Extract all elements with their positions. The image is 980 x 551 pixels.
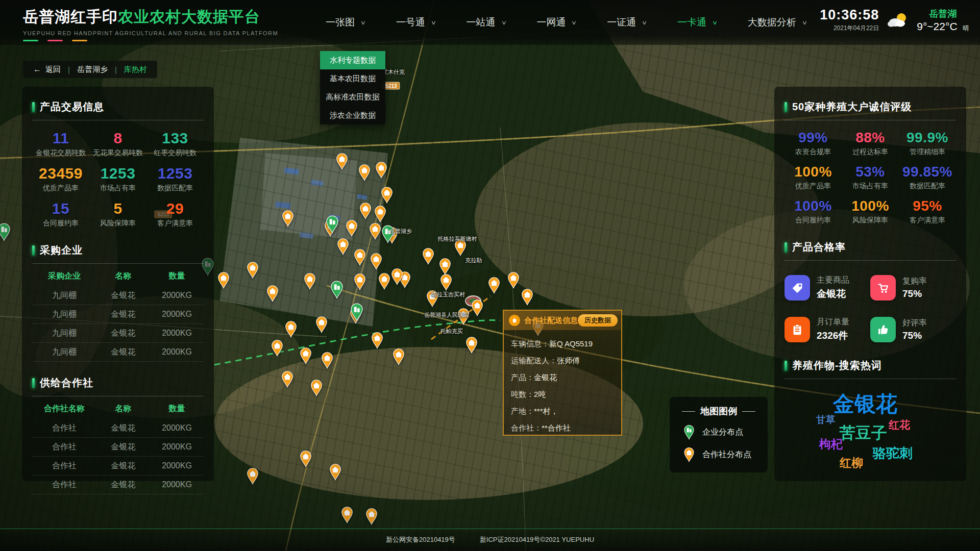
cooperative-marker[interactable] bbox=[380, 186, 394, 204]
cooperative-marker[interactable] bbox=[390, 268, 404, 285]
page-title: 岳普湖红手印农业农村大数据平台 bbox=[23, 7, 278, 28]
stat-label: 农资合规率 bbox=[785, 147, 842, 157]
cooperative-marker[interactable] bbox=[371, 332, 384, 349]
dropdown-item-3[interactable]: 高标准农田数据 bbox=[320, 88, 385, 106]
quality-card-label: 好评率 bbox=[902, 318, 927, 329]
stat-value: 100% bbox=[785, 198, 842, 214]
brand-underline-dashes bbox=[23, 40, 278, 41]
cooperative-marker[interactable] bbox=[373, 205, 387, 222]
nav-item-5[interactable]: 一证通∨ bbox=[607, 16, 647, 29]
back-button[interactable]: ← 返回 bbox=[33, 65, 61, 74]
cooperative-marker[interactable] bbox=[364, 508, 378, 525]
popup-title: 合作社配送信息 bbox=[524, 316, 578, 325]
quality-card-value: 金银花 bbox=[817, 287, 849, 300]
nav-item-6[interactable]: 一卡通∨ bbox=[677, 16, 717, 29]
enterprise-marker[interactable] bbox=[381, 224, 396, 243]
cooperative-marker[interactable] bbox=[299, 347, 313, 364]
table-cell: 2000KG bbox=[150, 347, 204, 357]
cooperative-marker[interactable] bbox=[457, 308, 471, 325]
cooperative-marker[interactable] bbox=[246, 261, 260, 279]
breadcrumb-item-2[interactable]: 库热村 bbox=[124, 65, 147, 74]
enterprise-marker[interactable] bbox=[325, 215, 339, 234]
cooperative-marker[interactable] bbox=[422, 247, 435, 265]
hotword-3: 红花 bbox=[889, 418, 910, 432]
cooperative-marker[interactable] bbox=[353, 273, 366, 290]
cooperative-marker[interactable] bbox=[328, 463, 342, 481]
stat-value: 99% bbox=[785, 130, 842, 146]
cooperative-marker[interactable] bbox=[246, 467, 260, 485]
nav-item-2[interactable]: 一号通∨ bbox=[396, 16, 436, 29]
history-data-button[interactable]: 历史数据 bbox=[578, 314, 618, 327]
hotwords-cloud: 金银花甘草红花苦豆子枸杞骆驼刺红柳 bbox=[785, 382, 956, 487]
cooperative-marker[interactable] bbox=[425, 290, 439, 307]
dashboard-root: 艾木什克岳普湖乡托格拉吾斯塘村克拉勒喀拉玉吉买村岳普湖县人民医院托帕克买S213… bbox=[0, 0, 980, 551]
cooperative-marker[interactable] bbox=[374, 161, 388, 179]
cooperative-marker[interactable] bbox=[377, 272, 391, 290]
cooperative-marker[interactable] bbox=[507, 271, 521, 289]
dropdown-item-1[interactable]: 水利专题数据 bbox=[320, 51, 385, 69]
footer: 新公网安备20210419号 新ICP证20210419号©2021 YUEPU… bbox=[0, 529, 980, 551]
cooperative-marker[interactable] bbox=[303, 272, 316, 290]
popup-row-label: 合作社： bbox=[511, 423, 542, 432]
nav-item-4[interactable]: 一网通∨ bbox=[536, 16, 576, 29]
cooperative-marker[interactable] bbox=[439, 273, 453, 291]
cooperative-marker[interactable] bbox=[336, 238, 350, 255]
cooperative-marker[interactable] bbox=[392, 348, 406, 365]
cooperative-marker[interactable] bbox=[369, 222, 382, 240]
legend-items: 企业分布点合作社分布点 bbox=[678, 424, 760, 462]
popup-row-value: **合作社 bbox=[542, 423, 571, 432]
dropdown-item-4[interactable]: 涉农企业数据 bbox=[320, 106, 385, 124]
cooperative-marker[interactable] bbox=[265, 285, 279, 302]
cooperative-marker[interactable] bbox=[487, 277, 501, 294]
cooperative-marker[interactable] bbox=[271, 339, 284, 357]
purchaser-row-2: 九间棚金银花2000KG bbox=[32, 305, 204, 324]
breadcrumb-divider: | bbox=[115, 65, 117, 74]
nav-dropdown: 水利专题数据基本农田数据高标准农田数据涉农企业数据 bbox=[320, 51, 385, 124]
nav-item-label: 一张图 bbox=[326, 16, 355, 29]
stat-value: 23459 bbox=[32, 165, 89, 182]
cooperative-marker[interactable] bbox=[471, 299, 484, 316]
cooperative-marker[interactable] bbox=[454, 239, 468, 256]
nav-item-1[interactable]: 一张图∨ bbox=[326, 16, 365, 29]
legend-title-row: 地图图例 bbox=[678, 405, 760, 417]
cooperative-marker[interactable] bbox=[358, 164, 372, 181]
section-title-purchasers: 采购企业 bbox=[32, 243, 204, 257]
section-marker-icon bbox=[32, 245, 35, 256]
cooperative-marker[interactable] bbox=[438, 258, 452, 275]
cooperative-marker[interactable] bbox=[310, 379, 324, 396]
column-header: 名称 bbox=[96, 271, 150, 282]
cooperative-marker[interactable] bbox=[359, 202, 373, 219]
cooperative-marker[interactable] bbox=[216, 271, 230, 289]
enterprise-marker[interactable] bbox=[349, 303, 364, 321]
cooperative-marker[interactable] bbox=[520, 288, 534, 306]
hotword-4: 苦豆子 bbox=[840, 422, 887, 444]
quality-cards: 主要商品金银花复购率75%月订单量2326件好评率75% bbox=[785, 275, 956, 342]
weather-temp: 9°~22°C bbox=[917, 20, 957, 32]
cooperative-marker[interactable] bbox=[335, 153, 349, 170]
cooperative-row-4: 合作社金银花2000KG bbox=[32, 475, 204, 494]
cooperative-marker[interactable] bbox=[370, 253, 383, 270]
breadcrumb-item-1[interactable]: 岳普湖乡 bbox=[77, 65, 108, 74]
cooperative-marker[interactable] bbox=[464, 336, 478, 354]
cooperative-marker[interactable] bbox=[280, 370, 294, 388]
dropdown-item-2[interactable]: 基本农田数据 bbox=[320, 69, 385, 88]
nav-item-3[interactable]: 一站通∨ bbox=[467, 16, 506, 29]
breadcrumb-crumbs: |岳普湖乡|库热村 bbox=[68, 65, 147, 74]
nav-item-7[interactable]: 大数据分析∨ bbox=[748, 16, 807, 29]
chevron-down-icon: ∨ bbox=[801, 19, 807, 26]
table-cell: 九间棚 bbox=[32, 309, 96, 320]
cooperative-marker[interactable] bbox=[353, 248, 366, 266]
cooperative-marker[interactable] bbox=[314, 316, 328, 333]
enterprise-marker[interactable] bbox=[0, 222, 11, 241]
cooperative-marker[interactable] bbox=[321, 352, 334, 369]
enterprise-marker[interactable] bbox=[330, 280, 345, 299]
credit-stat-1: 99%农资合规率 bbox=[785, 130, 842, 157]
trade-stat-2: 8无花果交易吨数 bbox=[89, 130, 146, 158]
cooperative-marker[interactable] bbox=[284, 320, 298, 338]
cooperative-marker[interactable] bbox=[281, 210, 295, 227]
section-marker-icon bbox=[785, 102, 787, 112]
popup-row-label: 产地： bbox=[511, 407, 534, 415]
cooperative-marker[interactable] bbox=[299, 450, 313, 467]
cooperative-marker[interactable] bbox=[345, 219, 359, 237]
cooperative-marker[interactable] bbox=[340, 506, 354, 523]
